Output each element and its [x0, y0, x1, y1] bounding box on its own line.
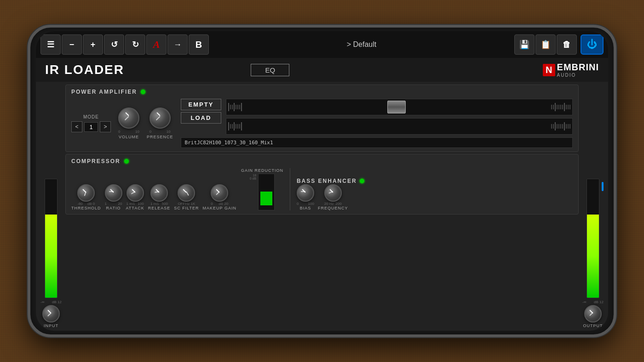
save-button[interactable]: 💾: [514, 34, 535, 55]
delete-button[interactable]: 🗑: [557, 34, 577, 55]
gain-reduction-label: GAIN REDUCTION: [241, 168, 283, 173]
preset-label: > Default: [210, 40, 513, 49]
bass-enhancer-led[interactable]: [360, 179, 364, 183]
scroll-indicator: [602, 182, 604, 191]
attack-knob[interactable]: [126, 184, 144, 202]
bias-range: 0 100: [297, 202, 314, 206]
output-knob-range: -∞ dB 12: [582, 300, 604, 304]
gain-reduction-area: GAIN REDUCTION 18 0 dB: [241, 168, 283, 210]
brand-name: EMBRINI: [557, 62, 599, 72]
b-button[interactable]: B: [189, 34, 209, 55]
fader-thumb-top[interactable]: [387, 101, 406, 113]
compressor-knobs: -60 dB 0 THRESHOLD: [71, 184, 236, 210]
mode-next-button[interactable]: >: [100, 121, 111, 132]
volume-label: VOLUME: [119, 135, 139, 139]
gain-reduction-meter: [258, 174, 275, 210]
undo-button[interactable]: ↺: [104, 34, 124, 55]
threshold-group: -60 dB 0 THRESHOLD: [71, 184, 101, 210]
input-min: -∞: [40, 300, 44, 304]
redo-button[interactable]: ↻: [125, 34, 145, 55]
gr-fill: [260, 192, 272, 205]
release-knob[interactable]: [150, 184, 168, 202]
compressor-title: COMPRESSOR: [71, 158, 121, 164]
save-as-button[interactable]: 📋: [535, 34, 556, 55]
gr-scale-18: 18: [253, 174, 256, 177]
plus-button[interactable]: +: [83, 34, 103, 55]
sc-filter-label: SC FILTER: [174, 206, 199, 210]
frequency-group: 20 Hz 200 FREQUENCY: [318, 184, 348, 210]
section-divider: [290, 168, 290, 210]
power-button[interactable]: ⏻: [581, 34, 604, 55]
a-button[interactable]: A: [146, 34, 167, 55]
menu-button[interactable]: ☰: [40, 34, 61, 55]
plugin-header: IR LOADER EQ N EMBRINI AUDIO: [36, 58, 608, 82]
brand-logo: N EMBRINI AUDIO: [543, 62, 599, 78]
output-knob-area: -∞ dB 12 OUTPUT: [582, 300, 604, 328]
sc-filter-knob[interactable]: [178, 184, 195, 202]
makeup-gain-group: 0 dB 20 MAKEUP GAIN: [203, 184, 236, 210]
threshold-knob[interactable]: [77, 184, 95, 202]
compressor-section: COMPRESSOR: [65, 154, 579, 215]
plugin-body: -∞ dB 12 INPUT POWER AMPLIFIER: [36, 82, 608, 331]
power-amp-title: POWER AMPLIFIER: [71, 89, 137, 95]
threshold-label: THRESHOLD: [71, 206, 101, 210]
minus-button[interactable]: −: [62, 34, 82, 55]
bass-enhancer-header: BASS ENHANCER: [297, 178, 364, 184]
input-knob[interactable]: [42, 305, 60, 322]
output-knob[interactable]: [584, 305, 602, 322]
output-min: -∞: [582, 300, 586, 304]
frequency-knob[interactable]: [324, 184, 342, 202]
power-amplifier-section: POWER AMPLIFIER MODE < 1 >: [65, 85, 579, 152]
attack-range: 1 mS 100: [126, 202, 144, 206]
empty-button[interactable]: EMPTY: [181, 99, 222, 110]
bias-group: 0 100 BIAS: [297, 184, 314, 210]
sc-filter-range: OFF Hz 1K: [178, 202, 195, 206]
release-group: 1 mS 500 RELEASE: [148, 184, 171, 210]
input-knob-range: -∞ dB 12: [40, 300, 62, 304]
mode-prev-button[interactable]: <: [71, 121, 82, 132]
threshold-range: -60 dB 0: [77, 202, 95, 206]
eq-button[interactable]: EQ: [251, 64, 289, 76]
sections-container: POWER AMPLIFIER MODE < 1 >: [65, 85, 579, 328]
makeup-gain-range: 0 dB 20: [211, 202, 228, 206]
bass-enhancer-title: BASS ENHANCER: [297, 178, 357, 184]
bass-enhancer-area: BASS ENHANCER: [297, 178, 364, 210]
compressor-content: -60 dB 0 THRESHOLD: [71, 168, 573, 210]
power-amp-header: POWER AMPLIFIER: [71, 89, 573, 95]
load-button[interactable]: LOAD: [181, 112, 222, 124]
compressor-area: COMPRESSOR: [71, 158, 573, 210]
toolbar: ☰ − + ↺ ↻ A → B > Default 💾 📋 🗑 ⏻: [36, 31, 608, 58]
compressor-header: COMPRESSOR: [71, 158, 573, 164]
makeup-gain-label: MAKEUP GAIN: [203, 206, 236, 210]
phone-screen: ☰ − + ↺ ↻ A → B > Default 💾 📋 🗑 ⏻ IR LOA…: [36, 31, 608, 331]
input-label: INPUT: [44, 323, 58, 328]
input-vu-fill: [45, 215, 57, 298]
output-vu-meter: [586, 179, 599, 298]
fader-track-top: [226, 99, 573, 115]
output-vu-container: -∞ dB 12 OUTPUT: [581, 85, 604, 328]
ratio-range: 1 20: [105, 202, 122, 206]
compressor-led[interactable]: [124, 159, 129, 164]
volume-knob[interactable]: [118, 107, 139, 129]
mode-value: 1: [84, 122, 98, 132]
input-vu-meter: [45, 179, 58, 298]
frequency-range: 20 Hz 200: [324, 202, 342, 206]
input-max: dB 12: [52, 300, 62, 304]
power-amp-content: MODE < 1 >: [71, 99, 573, 148]
bias-knob[interactable]: [297, 184, 314, 202]
output-max: dB 12: [594, 300, 604, 304]
presence-range: 0 10: [150, 130, 171, 134]
ir-loader-area: EMPTY LOAD: [181, 99, 573, 148]
output-label: OUTPUT: [583, 323, 603, 328]
presence-knob[interactable]: [150, 107, 171, 129]
arrow-button[interactable]: →: [167, 34, 188, 55]
power-amp-led[interactable]: [141, 90, 145, 94]
presence-knob-group: 0 10 PRESENCE: [147, 107, 173, 139]
bass-enhancer-content: 0 100 BIAS: [297, 184, 364, 210]
volume-range: 0 10: [118, 130, 139, 134]
ratio-knob[interactable]: [105, 184, 122, 202]
toolbar-right: 💾 📋 🗑: [514, 34, 577, 55]
makeup-gain-knob[interactable]: [211, 184, 228, 202]
release-range: 1 mS 500: [150, 202, 168, 206]
brand-letter: N: [543, 64, 555, 76]
